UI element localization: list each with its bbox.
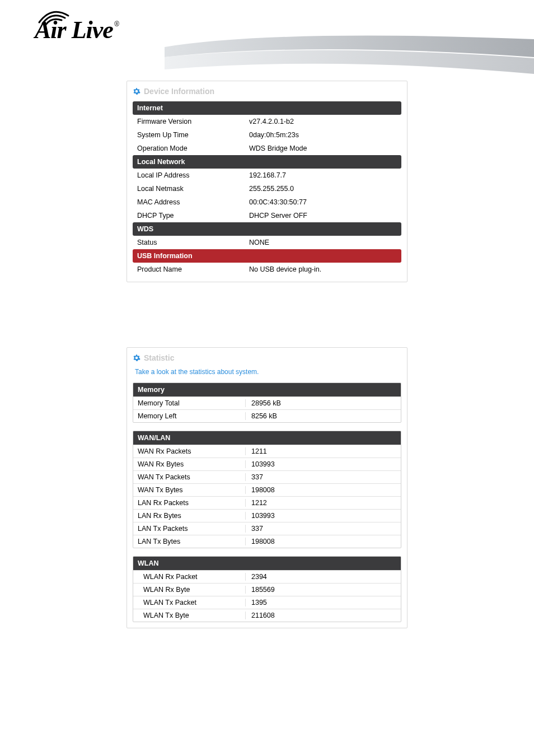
stat-header: Memory (133, 383, 401, 396)
panel-header: Statistic (133, 350, 401, 368)
stat-value: 337 (245, 473, 396, 481)
gear-icon (133, 87, 140, 95)
info-row: Product NameNo USB device plug-in. (133, 263, 401, 276)
stat-table: WAN/LANWAN Rx Packets1211WAN Rx Bytes103… (133, 431, 401, 548)
stat-label: WAN Rx Packets (138, 447, 250, 455)
statistic-tables: MemoryMemory Total28956 kBMemory Left825… (133, 382, 401, 622)
info-value: NONE (249, 239, 397, 246)
device-info-title: Device Information (144, 87, 214, 96)
info-row: StatusNONE (133, 236, 401, 249)
stat-header: WLAN (133, 557, 401, 570)
info-row: System Up Time0day:0h:5m:23s (133, 128, 401, 142)
info-value: No USB device plug-in. (249, 265, 397, 273)
device-info-table: InternetFirmware Versionv27.4.2.0.1-b2Sy… (133, 101, 401, 276)
stat-table: WLANWLAN Rx Packet2394WLAN Rx Byte185569… (133, 556, 401, 622)
info-row: Firmware Versionv27.4.2.0.1-b2 (133, 115, 401, 128)
stat-row: WLAN Rx Byte185569 (133, 583, 401, 596)
stat-row: WAN Rx Bytes103993 (133, 458, 401, 470)
info-value: 00:0C:43:30:50:77 (249, 198, 397, 206)
page-header: Air Live ® (0, 0, 534, 73)
stat-value: 198008 (245, 538, 396, 545)
stat-label: LAN Rx Packets (138, 499, 250, 507)
info-label: Status (137, 239, 249, 246)
stat-label: WLAN Tx Byte (138, 612, 250, 619)
stat-value: 2394 (245, 573, 396, 581)
info-label: MAC Address (137, 198, 249, 206)
info-value: 0day:0h:5m:23s (249, 131, 397, 139)
stat-value: 337 (245, 525, 396, 533)
stat-row: WLAN Rx Packet2394 (133, 570, 401, 583)
stat-label: Memory Total (138, 399, 250, 407)
stat-row: WLAN Tx Byte211608 (133, 609, 401, 622)
section-header: USB Information (133, 249, 401, 263)
stat-label: WLAN Rx Byte (138, 586, 250, 594)
stat-value: 103993 (245, 460, 396, 468)
stat-value: 28956 kB (245, 399, 396, 407)
section-header: Internet (133, 101, 401, 115)
statistic-title: Statistic (144, 353, 174, 362)
brand-logo-text: Air Live ® (35, 16, 113, 44)
stat-row: WAN Tx Packets337 (133, 470, 401, 483)
stat-table: MemoryMemory Total28956 kBMemory Left825… (133, 382, 401, 423)
statistic-subtitle: Take a look at the statistics about syst… (133, 368, 401, 382)
stat-value: 198008 (245, 486, 396, 494)
stat-label: LAN Rx Bytes (138, 512, 250, 520)
info-row: MAC Address00:0C:43:30:50:77 (133, 195, 401, 209)
device-information-panel: Device Information InternetFirmware Vers… (127, 81, 407, 282)
info-row: Operation ModeWDS Bridge Mode (133, 142, 401, 155)
info-row: Local Netmask255.255.255.0 (133, 182, 401, 195)
stat-label: WAN Tx Packets (138, 473, 250, 481)
stat-value: 103993 (245, 512, 396, 520)
info-label: Firmware Version (137, 118, 249, 125)
registered-mark: ® (114, 20, 119, 28)
stat-row: LAN Rx Packets1212 (133, 496, 401, 509)
stat-value: 1212 (245, 499, 396, 507)
gear-icon (133, 354, 140, 362)
brand-logo: Air Live ® (35, 16, 113, 44)
info-label: Local Netmask (137, 185, 249, 193)
stat-value: 1395 (245, 599, 396, 606)
stat-label: WAN Rx Bytes (138, 460, 250, 468)
stat-value: 211608 (245, 612, 396, 619)
header-swoosh-graphic (165, 35, 534, 74)
stat-row: WAN Rx Packets1211 (133, 445, 401, 458)
info-value: WDS Bridge Mode (249, 144, 397, 152)
info-row: DHCP TypeDHCP Server OFF (133, 209, 401, 222)
info-row: Local IP Address192.168.7.7 (133, 169, 401, 182)
stat-value: 185569 (245, 586, 396, 594)
info-value: v27.4.2.0.1-b2 (249, 118, 397, 125)
info-value: 192.168.7.7 (249, 171, 397, 179)
stat-value: 8256 kB (245, 412, 396, 420)
stat-label: WLAN Tx Packet (138, 599, 250, 606)
stat-label: WAN Tx Bytes (138, 486, 250, 494)
stat-label: Memory Left (138, 412, 250, 420)
info-label: Operation Mode (137, 144, 249, 152)
stat-header: WAN/LAN (133, 431, 401, 445)
stat-row: LAN Tx Packets337 (133, 522, 401, 535)
stat-label: WLAN Rx Packet (138, 573, 250, 581)
panel-header: Device Information (133, 83, 401, 101)
stat-row: Memory Left8256 kB (133, 409, 401, 422)
stat-label: LAN Tx Bytes (138, 538, 250, 545)
stat-row: WAN Tx Bytes198008 (133, 483, 401, 496)
brand-name: Air Live (35, 16, 113, 44)
section-header: WDS (133, 222, 401, 236)
info-label: DHCP Type (137, 212, 249, 220)
stat-value: 1211 (245, 447, 396, 455)
stat-row: LAN Tx Bytes198008 (133, 535, 401, 548)
info-value: 255.255.255.0 (249, 185, 397, 193)
stat-row: Memory Total28956 kB (133, 396, 401, 409)
info-label: System Up Time (137, 131, 249, 139)
info-label: Local IP Address (137, 171, 249, 179)
stat-label: LAN Tx Packets (138, 525, 250, 533)
info-value: DHCP Server OFF (249, 212, 397, 220)
info-label: Product Name (137, 265, 249, 273)
statistic-panel: Statistic Take a look at the statistics … (127, 347, 407, 628)
stat-row: LAN Rx Bytes103993 (133, 509, 401, 522)
stat-row: WLAN Tx Packet1395 (133, 596, 401, 609)
section-header: Local Network (133, 155, 401, 169)
